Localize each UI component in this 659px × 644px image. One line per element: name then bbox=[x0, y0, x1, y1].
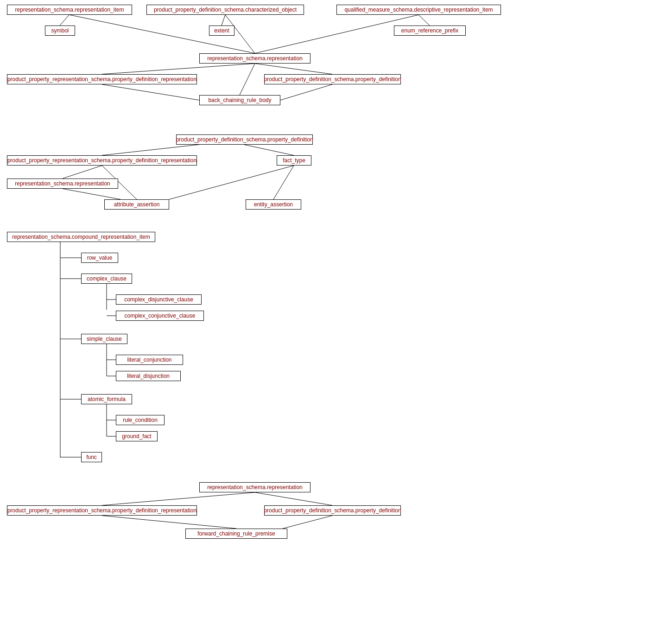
node-simple-clause: simple_clause bbox=[81, 334, 127, 344]
node-ground-fact: ground_fact bbox=[116, 431, 158, 441]
node-compound-representation-item: representation_schema.compound_represent… bbox=[7, 232, 155, 242]
node-property-definition2: product_property_definition_schema.prope… bbox=[176, 134, 313, 145]
node-representation2: representation_schema.representation bbox=[7, 179, 118, 189]
svg-line-18 bbox=[169, 166, 294, 199]
node-property-definition-representation2: product_property_representation_schema.p… bbox=[7, 155, 197, 166]
node-rule-condition: rule_condition bbox=[116, 415, 165, 425]
node-complex-clause: complex_clause bbox=[81, 274, 132, 284]
svg-line-12 bbox=[280, 84, 332, 100]
node-back-chaining-rule-body: back_chaining_rule_body bbox=[199, 95, 280, 105]
node-symbol: symbol bbox=[45, 26, 75, 36]
svg-line-15 bbox=[63, 166, 102, 179]
node-property-definition-representation3: product_property_representation_schema.p… bbox=[7, 505, 197, 516]
node-representation-item: representation_schema.representation_ite… bbox=[7, 5, 132, 15]
svg-line-10 bbox=[240, 64, 255, 95]
svg-line-35 bbox=[102, 492, 255, 505]
node-row-value: row_value bbox=[81, 253, 118, 263]
node-entity-assertion: entity_assertion bbox=[246, 199, 301, 210]
node-enum-reference-prefix: enum_reference_prefix bbox=[394, 26, 466, 36]
svg-line-8 bbox=[102, 64, 255, 74]
node-property-definition-representation: product_property_representation_schema.p… bbox=[7, 74, 197, 84]
node-forward-chaining-rule-premise: forward_chaining_rule_premise bbox=[185, 529, 287, 539]
node-property-definition-top: product_property_definition_schema.prope… bbox=[264, 74, 401, 84]
node-representation3: representation_schema.representation bbox=[199, 482, 310, 492]
node-literal-conjunction: literal_conjunction bbox=[116, 355, 183, 365]
node-attribute-assertion: attribute_assertion bbox=[104, 199, 169, 210]
diagram-lines bbox=[0, 0, 659, 644]
svg-line-4 bbox=[418, 15, 430, 26]
svg-line-19 bbox=[273, 166, 294, 199]
node-extent: extent bbox=[209, 26, 234, 36]
node-characterized-object: product_property_definition_schema.chara… bbox=[146, 5, 304, 15]
svg-line-37 bbox=[102, 516, 236, 529]
svg-line-11 bbox=[102, 84, 199, 100]
diagram-container: representation_schema.representation_ite… bbox=[0, 0, 659, 644]
svg-line-17 bbox=[63, 189, 120, 199]
svg-line-14 bbox=[244, 145, 294, 155]
node-property-definition3: product_property_definition_schema.prope… bbox=[264, 505, 401, 516]
svg-line-38 bbox=[283, 516, 332, 529]
node-complex-conjunctive-clause: complex_conjunctive_clause bbox=[116, 311, 204, 321]
node-descriptive-representation-item: qualified_measure_schema.descriptive_rep… bbox=[336, 5, 501, 15]
node-atomic-formula: atomic_formula bbox=[81, 394, 132, 404]
node-complex-disjunctive-clause: complex_disjunctive_clause bbox=[116, 294, 202, 305]
node-literal-disjunction: literal_disjunction bbox=[116, 371, 181, 381]
svg-line-2 bbox=[60, 15, 69, 26]
svg-line-3 bbox=[222, 15, 225, 26]
svg-line-36 bbox=[255, 492, 332, 505]
node-fact-type: fact_type bbox=[277, 155, 311, 166]
node-func: func bbox=[81, 452, 102, 462]
node-representation: representation_schema.representation bbox=[199, 53, 310, 64]
svg-line-9 bbox=[255, 64, 332, 74]
